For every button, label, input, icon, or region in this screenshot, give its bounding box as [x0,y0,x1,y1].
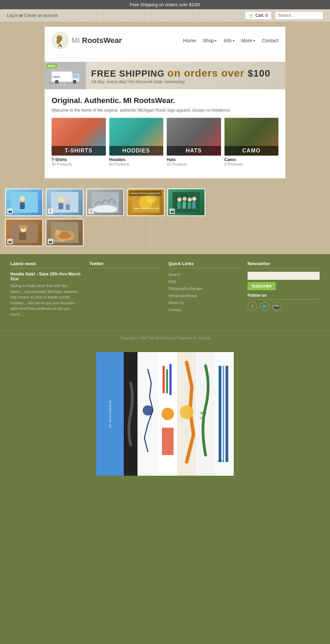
camo-image: CAMO [224,118,279,156]
main-wrapper: MI RootsWear Home Shop Info More Contact [0,22,330,183]
feed-photo-5 [173,192,200,213]
camo-label: CAMO [224,146,279,156]
svg-point-49 [162,408,174,420]
nav-more[interactable]: More [241,38,255,43]
social-feed: 📷 f [0,183,330,254]
create-account-link[interactable]: Create an account [24,13,58,18]
footer-section: Latest news Hoodie Sale! - Save 25% thru… [0,254,330,330]
subscribe-button[interactable]: Subscribe [248,282,276,290]
cart-icon: 🛒 [249,13,254,18]
footer-latest-news: Latest news Hoodie Sale! - Save 25% thru… [10,261,82,318]
feed-instagram-icon-1: 📷 [7,208,13,214]
panel-blue-text: MI ROOTSWEAR [109,400,111,428]
svg-point-43 [69,231,74,235]
panel-dark-graphic [125,380,136,448]
feed-item-4[interactable]: WHEN THIS WINTER IN MICHIGAN DURING WINT… [127,189,165,216]
announcement-bar: Free Shipping on orders over $100! [0,0,330,9]
svg-text:pay: pay [200,411,207,415]
svg-rect-30 [177,202,181,209]
feed-item-1[interactable]: 📷 [5,189,43,216]
header-cart-area: 🛒 Cart: 0 [245,11,323,20]
panel-white-4: VISA [215,352,234,476]
svg-point-51 [180,405,194,419]
news-item-title[interactable]: Hoodie Sale! - Save 25% thru March 31st [10,272,82,281]
facebook-icon: f [252,304,253,309]
svg-rect-14 [51,192,78,213]
twitter-icon-button[interactable]: 🐦 [260,302,270,311]
logo-text-group: MI RootsWear [72,36,122,45]
login-link[interactable]: Log in [7,13,18,18]
hoodies-image: HOODIES [109,118,164,156]
svg-rect-11 [10,192,38,213]
svg-rect-36 [19,233,26,240]
nav-home[interactable]: Home [183,38,196,43]
hats-count: 22 Products [167,162,221,166]
bottom-panels-section: MI ROOTSWEAR [0,345,330,483]
panel-dark-1 [124,352,138,476]
facebook-icon-button[interactable]: f [248,302,257,311]
nav-shop[interactable]: Shop [203,38,217,43]
quick-link-about[interactable]: About Us [168,300,241,306]
hoodies-label: HOODIES [109,146,164,156]
svg-text:WHEN THIS WINTER IN MICHIGAN: WHEN THIS WINTER IN MICHIGAN [134,207,160,210]
svg-point-7 [74,81,75,82]
panel-white-4-graphic: VISA [216,359,233,469]
instagram-icon: 📷 [274,304,280,309]
panel-white-1 [138,352,158,476]
quick-link-shipping[interactable]: Shipping/Exchanges [168,286,241,292]
quick-link-faq[interactable]: FAQ [168,279,241,285]
header-bar: Log in or Create an account 🛒 Cart: 0 [0,9,330,22]
instagram-icon-button[interactable]: 📷 [272,302,282,311]
product-card-tshirts[interactable]: T-SHIRTS T-Shirts 40 Products [52,118,106,166]
twitter-heading: Twitter [89,261,162,268]
panel-cream [177,352,196,476]
feed-row-1: 📷 f [5,189,325,216]
hoodies-name: Hoodies [109,157,164,162]
newsletter-email-input[interactable] [248,272,320,280]
tshirts-image: T-SHIRTS [52,118,106,156]
product-card-camo[interactable]: CAMO Camo 5 Products [224,118,279,166]
nav-info[interactable]: Info [223,38,234,43]
svg-point-27 [183,197,187,201]
tshirts-count: 40 Products [52,162,106,166]
tshirts-label: T-SHIRTS [52,146,106,156]
site-logo: MI RootsWear [52,32,122,49]
svg-rect-25 [173,192,200,213]
quick-link-search[interactable]: Search [168,272,241,278]
svg-rect-46 [163,366,165,393]
svg-rect-50 [162,428,174,455]
twitter-icon: 🐦 [262,304,267,309]
svg-point-15 [58,197,64,202]
search-input[interactable] [275,11,323,20]
svg-text:be giving!: be giving! [54,239,65,242]
copyright-bar: Copyright © 2017 MI RootsWear | Powered … [0,330,330,345]
svg-text:VISA: VISA [218,460,224,463]
quick-link-contact[interactable]: Contact [168,307,241,313]
svg-point-12 [20,196,25,202]
panel-cream-graphic [178,359,195,469]
cart-button[interactable]: 🛒 Cart: 0 [245,11,272,20]
nav-links: Home Shop Info More Contact [183,38,278,43]
nav-contact[interactable]: Contact [262,38,278,43]
product-card-hoodies[interactable]: HOODIES Hoodies 60 Products [109,118,164,166]
feed-photo-1 [10,192,38,213]
svg-rect-47 [166,369,168,393]
feed-item-7[interactable]: be giving! 📷 [46,219,84,246]
feed-item-2[interactable]: f [46,189,84,216]
feed-instagram-icon-7: 📷 [48,239,53,244]
feed-item-6[interactable]: 📷 [5,219,43,246]
footer-grid: Latest news Hoodie Sale! - Save 25% thru… [10,261,320,318]
feed-item-3[interactable]: f [86,189,124,216]
camo-name: Camo [224,157,279,162]
follow-us-heading: Follow us [248,293,320,300]
panel-blue: MI ROOTSWEAR [96,352,124,476]
feed-facebook-icon-3: f [88,208,94,214]
quick-link-wholesale[interactable]: Wholesale/Retail [168,293,241,299]
content-box: MI RootsWear Home Shop Info More Contact [45,27,285,178]
quick-links-heading: Quick Links [168,261,241,268]
banner-title: FREE SHIPPING on orders over $100 [91,67,280,79]
panel-white-1-graphic [141,362,155,465]
feed-item-5[interactable]: 📷 [167,189,205,216]
header-search [275,11,323,20]
product-card-hats[interactable]: HATS Hats 22 Products [167,118,221,166]
